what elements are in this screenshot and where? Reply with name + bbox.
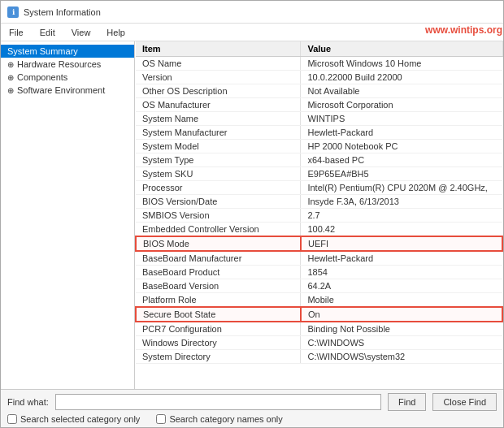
- checkbox-row: Search selected category only Search cat…: [7, 414, 497, 424]
- find-row: Find what: Find Close Find: [7, 393, 497, 411]
- expand-icon-software: ⊕: [7, 86, 14, 95]
- table-row: PCR7 ConfigurationBinding Not Possible: [136, 322, 502, 336]
- table-cell-value: UEFI: [301, 236, 502, 251]
- col-header-item: Item: [136, 41, 301, 57]
- table-row: BIOS Version/DateInsyde F.3A, 6/13/2013: [136, 195, 502, 209]
- table-cell-value: HP 2000 Notebook PC: [301, 140, 502, 153]
- table-cell-item: OS Name: [136, 57, 301, 71]
- table-cell-item: System SKU: [136, 167, 301, 181]
- table-cell-value: Microsoft Corporation: [301, 98, 502, 112]
- table-cell-item: BaseBoard Version: [136, 279, 301, 293]
- menu-view[interactable]: View: [68, 27, 94, 38]
- search-selected-category-checkbox[interactable]: [7, 414, 17, 424]
- table-cell-value: Not Available: [301, 84, 502, 98]
- table-cell-item: BaseBoard Product: [136, 266, 301, 279]
- find-input[interactable]: [55, 394, 381, 410]
- table-cell-item: BaseBoard Manufacturer: [136, 251, 301, 266]
- table-cell-item: System Type: [136, 153, 301, 167]
- sidebar-item-components[interactable]: ⊕ Components: [1, 71, 134, 84]
- table-row: System DirectoryC:\WINDOWS\system32: [136, 350, 502, 364]
- table-cell-value: Microsoft Windows 10 Home: [301, 57, 502, 71]
- table-cell-value: On: [301, 307, 502, 322]
- table-cell-value: 1854: [301, 266, 502, 279]
- table-cell-item: BIOS Version/Date: [136, 195, 301, 209]
- menu-bar: File Edit View Help: [1, 24, 503, 41]
- table-row: Other OS DescriptionNot Available: [136, 84, 502, 98]
- table-cell-value: 100.42: [301, 223, 502, 237]
- table-cell-value: x64-based PC: [301, 153, 502, 167]
- col-header-value: Value: [301, 41, 502, 57]
- main-content: System Summary ⊕ Hardware Resources ⊕ Co…: [1, 41, 503, 389]
- search-selected-category-label[interactable]: Search selected category only: [7, 414, 140, 424]
- table-cell-item: OS Manufacturer: [136, 98, 301, 112]
- sidebar-item-software-environment[interactable]: ⊕ Software Environment: [1, 84, 134, 97]
- data-table: Item Value OS NameMicrosoft Windows 10 H…: [135, 41, 503, 389]
- search-selected-category-text: Search selected category only: [20, 414, 140, 424]
- table-row: BaseBoard ManufacturerHewlett-Packard: [136, 251, 502, 266]
- table-row: System SKUE9P65EA#BH5: [136, 167, 502, 181]
- table-cell-value: 10.0.22000 Build 22000: [301, 71, 502, 84]
- table-row: BaseBoard Product1854: [136, 266, 502, 279]
- expand-icon-hardware: ⊕: [7, 60, 14, 69]
- table-cell-value: C:\WINDOWS: [301, 336, 502, 350]
- table-row: System ManufacturerHewlett-Packard: [136, 126, 502, 140]
- table-cell-item: Windows Directory: [136, 336, 301, 350]
- table-row: System ModelHP 2000 Notebook PC: [136, 140, 502, 153]
- table-row: SMBIOS Version2.7: [136, 209, 502, 223]
- search-category-names-checkbox[interactable]: [156, 414, 166, 424]
- table-cell-item: Secure Boot State: [136, 307, 301, 322]
- table-cell-item: PCR7 Configuration: [136, 322, 301, 336]
- sidebar-item-system-summary[interactable]: System Summary: [1, 45, 134, 58]
- table-cell-value: Hewlett-Packard: [301, 251, 502, 266]
- bottom-bar: Find what: Find Close Find Search select…: [1, 389, 503, 427]
- sidebar-hardware-label: Hardware Resources: [17, 59, 101, 69]
- table-cell-value: Hewlett-Packard: [301, 126, 502, 140]
- table-cell-value: Intel(R) Pentium(R) CPU 2020M @ 2.40GHz,: [301, 181, 502, 195]
- table-row: Windows DirectoryC:\WINDOWS: [136, 336, 502, 350]
- sidebar: System Summary ⊕ Hardware Resources ⊕ Co…: [1, 41, 135, 389]
- table-cell-value: Mobile: [301, 293, 502, 308]
- table-cell-value: E9P65EA#BH5: [301, 167, 502, 181]
- table-cell-item: Other OS Description: [136, 84, 301, 98]
- table-cell-value: C:\WINDOWS\system32: [301, 350, 502, 364]
- search-category-names-label[interactable]: Search category names only: [156, 414, 282, 424]
- table-cell-item: System Manufacturer: [136, 126, 301, 140]
- table-row: Embedded Controller Version100.42: [136, 223, 502, 237]
- menu-help[interactable]: Help: [103, 27, 128, 38]
- table-cell-item: System Name: [136, 112, 301, 126]
- table-cell-item: BIOS Mode: [136, 236, 301, 251]
- window-title: System Information: [24, 7, 101, 17]
- sidebar-item-hardware-resources[interactable]: ⊕ Hardware Resources: [1, 58, 134, 71]
- system-information-window: ℹ System Information www.wintips.org Fil…: [0, 0, 504, 428]
- table-row: BIOS ModeUEFI: [136, 236, 502, 251]
- table-cell-value: 64.2A: [301, 279, 502, 293]
- table-cell-value: 2.7: [301, 209, 502, 223]
- table-row: System Typex64-based PC: [136, 153, 502, 167]
- table-row: System NameWINTIPS: [136, 112, 502, 126]
- table-cell-item: Version: [136, 71, 301, 84]
- table-cell-value: Insyde F.3A, 6/13/2013: [301, 195, 502, 209]
- expand-icon-components: ⊕: [7, 73, 14, 82]
- table-row: OS NameMicrosoft Windows 10 Home: [136, 57, 502, 71]
- table-row: BaseBoard Version64.2A: [136, 279, 502, 293]
- table-row: OS ManufacturerMicrosoft Corporation: [136, 98, 502, 112]
- table-cell-item: System Model: [136, 140, 301, 153]
- menu-edit[interactable]: Edit: [37, 27, 59, 38]
- close-find-button[interactable]: Close Find: [432, 393, 497, 411]
- sidebar-software-label: Software Environment: [17, 85, 105, 95]
- app-icon: ℹ: [7, 6, 19, 18]
- find-button[interactable]: Find: [388, 393, 426, 411]
- table-cell-item: Embedded Controller Version: [136, 223, 301, 237]
- table-cell-value: WINTIPS: [301, 112, 502, 126]
- sidebar-system-summary-label: System Summary: [7, 46, 78, 56]
- table-row: Secure Boot StateOn: [136, 307, 502, 322]
- table-row: Platform RoleMobile: [136, 293, 502, 308]
- sidebar-components-label: Components: [17, 72, 67, 82]
- table-row: ProcessorIntel(R) Pentium(R) CPU 2020M @…: [136, 181, 502, 195]
- menu-file[interactable]: File: [6, 27, 27, 38]
- table-cell-value: Binding Not Possible: [301, 322, 502, 336]
- find-label: Find what:: [7, 397, 49, 407]
- title-bar: ℹ System Information www.wintips.org: [1, 1, 503, 24]
- table-cell-item: System Directory: [136, 350, 301, 364]
- table-cell-item: Platform Role: [136, 293, 301, 308]
